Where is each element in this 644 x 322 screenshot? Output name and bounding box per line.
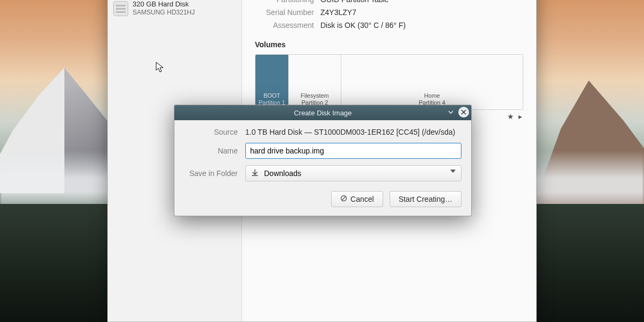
label-partitioning: Partitioning [255, 0, 314, 4]
label-assessment: Assessment [255, 21, 314, 30]
star-icon[interactable]: ★ [507, 112, 514, 121]
hard-disk-icon [113, 1, 128, 16]
chevron-down-icon [450, 170, 456, 173]
minimize-button[interactable] [445, 107, 456, 118]
label-name: Name [184, 147, 238, 155]
disk-model: SAMSUNG HD321HJ [133, 9, 195, 17]
disk-title: 320 GB Hard Disk [133, 0, 195, 9]
volumes-diagram[interactable]: BOOT Partition 1 Filesystem Partition 2 … [255, 54, 523, 110]
image-name-input[interactable] [245, 143, 462, 159]
folder-value: Downloads [264, 169, 301, 178]
volumes-heading: Volumes [255, 40, 523, 49]
folder-combobox[interactable]: Downloads [245, 165, 462, 181]
download-icon [251, 169, 259, 178]
partition-home[interactable]: Home Partition 4 [341, 55, 523, 109]
dialog-titlebar[interactable]: Create Disk Image [174, 105, 471, 120]
play-icon[interactable]: ▸ [518, 112, 522, 121]
start-creating-button[interactable]: Start Creating… [390, 191, 462, 207]
value-source: 1.0 TB Hard Disk — ST1000DM003-1ER162 [C… [245, 128, 462, 136]
label-serial: Serial Number [255, 8, 314, 17]
partition-boot[interactable]: BOOT Partition 1 [255, 55, 289, 109]
value-assessment: Disk is OK (30° C / 86° F) [320, 21, 406, 30]
partition-filesystem[interactable]: Filesystem Partition 2 [289, 55, 341, 109]
cancel-icon [340, 195, 347, 203]
value-serial: Z4Y3LZY7 [320, 8, 356, 17]
value-partitioning: GUID Partition Table [320, 0, 389, 4]
cancel-button[interactable]: Cancel [331, 191, 383, 207]
label-source: Source [184, 128, 238, 136]
disk-list-item[interactable]: 320 GB Hard Disk SAMSUNG HD321HJ [108, 0, 241, 21]
close-button[interactable] [458, 107, 469, 118]
svg-line-1 [342, 196, 346, 200]
label-folder: Save in Folder [184, 169, 238, 178]
dialog-title: Create Disk Image [294, 109, 352, 117]
create-disk-image-dialog: Create Disk Image Source 1.0 TB Hard Dis… [174, 105, 472, 216]
